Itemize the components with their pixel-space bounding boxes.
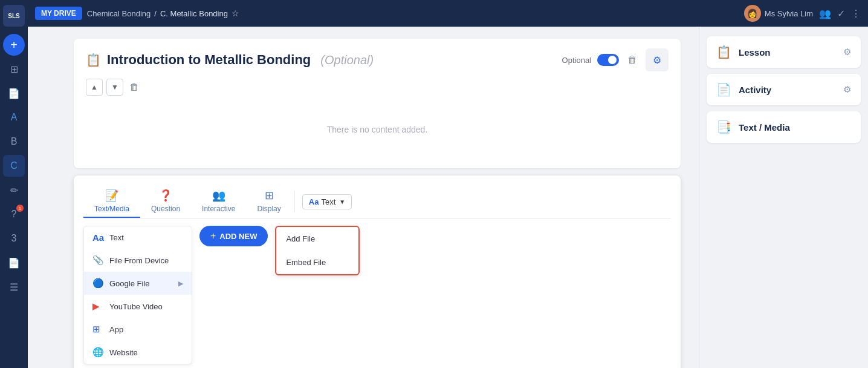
text-media-tab-label: Text/Media (94, 205, 129, 213)
top-nav-right: 👩 Ms Sylvia Lim 👥 ✓ ⋮ (744, 5, 861, 22)
delete-section-button[interactable]: 🗑 (127, 79, 141, 95)
sidebar-doc-icon[interactable]: 📄 (3, 82, 25, 104)
app-icon: ⊞ (92, 324, 103, 335)
sidebar-question-icon[interactable]: ? 1 (3, 203, 25, 225)
website-icon: 🌐 (92, 347, 103, 358)
chevron-down-icon: ▼ (339, 199, 345, 205)
sidebar-a-icon[interactable]: A (3, 107, 25, 128)
move-up-button[interactable]: ▲ (86, 79, 103, 96)
option-app-label: App (109, 325, 123, 334)
tab-question[interactable]: ❓ Question (140, 185, 191, 218)
avatar: 👩 (744, 5, 761, 22)
option-file-label: File From Device (109, 256, 169, 265)
rp-lesson-label: Lesson (739, 47, 836, 58)
tab-display[interactable]: ⊞ Display (246, 185, 291, 218)
text-media-tab-icon: 📝 (105, 189, 118, 202)
sidebar-add-icon[interactable]: + (3, 34, 25, 56)
app-logo[interactable]: SLS (3, 5, 25, 27)
lesson-title: Introduction to Metallic Bonding (107, 52, 311, 68)
right-panel-activity[interactable]: 📄 Activity ⚙ (707, 74, 861, 105)
section-nav: ▲ ▼ 🗑 (86, 79, 669, 96)
star-icon[interactable]: ☆ (232, 8, 239, 18)
option-file-from-device[interactable]: 📎 File From Device (84, 249, 192, 272)
option-list: Aa Text 📎 File From Device 🔵 Google File… (83, 226, 192, 364)
right-panel-text-media[interactable]: 📑 Text / Media (707, 111, 861, 143)
people-icon[interactable]: 👥 (819, 8, 831, 19)
right-panel-lesson[interactable]: 📋 Lesson ⚙ (707, 36, 861, 68)
optional-text: Optional (562, 56, 591, 65)
rp-lesson-gear-icon[interactable]: ⚙ (843, 47, 851, 58)
lesson-section: 📋 Introduction to Metallic Bonding (Opti… (74, 39, 681, 168)
text-option-icon: Aa (92, 232, 103, 243)
right-panel: 📋 Lesson ⚙ 📄 Activity ⚙ 📑 Text / Media (699, 27, 868, 368)
rp-text-media-label: Text / Media (739, 122, 851, 133)
sidebar-modules-icon[interactable]: ⊞ (3, 58, 25, 80)
option-website-label: Website (109, 348, 138, 357)
no-content-message: There is no content added. (86, 100, 669, 159)
option-website[interactable]: 🌐 Website (84, 341, 192, 364)
move-down-button[interactable]: ▼ (106, 79, 123, 96)
rp-activity-label: Activity (739, 85, 836, 95)
lesson-title-icon: 📋 (86, 53, 101, 67)
add-new-button[interactable]: + ADD NEW (199, 226, 268, 246)
left-sidebar: SLS + ⊞ 📄 A B C ✏ ? 1 3 📄 ☰ (0, 0, 28, 368)
sidebar-b-icon[interactable]: B (3, 131, 25, 153)
youtube-icon: ▶ (92, 301, 103, 312)
sidebar-menu-icon[interactable]: ☰ (3, 276, 25, 298)
lesson-controls: Optional 🗑 ⚙ (562, 48, 669, 71)
google-file-icon: 🔵 (92, 278, 103, 289)
option-youtube[interactable]: ▶ YouTube Video (84, 295, 192, 318)
breadcrumb-separator: / (154, 9, 157, 18)
interactive-tab-icon: 👥 (212, 189, 225, 202)
sidebar-page-icon[interactable]: 📄 (3, 252, 25, 274)
option-google-file[interactable]: 🔵 Google File ▶ (84, 272, 192, 295)
content-panel: 📋 Introduction to Metallic Bonding (Opti… (56, 27, 699, 368)
sidebar-c-icon[interactable]: C (3, 155, 25, 177)
content-options: Aa Text 📎 File From Device 🔵 Google File… (83, 226, 671, 364)
display-tab-icon: ⊞ (265, 189, 274, 202)
top-nav: MY DRIVE Chemical Bonding / C. Metallic … (28, 0, 868, 27)
add-new-label: ADD NEW (219, 232, 257, 241)
question-tab-icon: ❓ (159, 189, 172, 202)
text-type-aa: Aa (309, 197, 319, 206)
breadcrumb-item-2[interactable]: C. Metallic Bonding (160, 9, 228, 18)
optional-toggle[interactable] (597, 54, 619, 66)
add-content-panel: 📝 Text/Media ❓ Question 👥 Interactive ⊞ … (74, 176, 681, 368)
sub-option-add-file[interactable]: Add File (276, 227, 358, 251)
main-area: 📋 Introduction to Metallic Bonding (Opti… (56, 27, 868, 368)
rp-text-media-icon: 📑 (716, 120, 731, 134)
delete-lesson-button[interactable]: 🗑 (625, 52, 640, 68)
option-app[interactable]: ⊞ App (84, 318, 192, 341)
tab-text-media[interactable]: 📝 Text/Media (83, 185, 140, 218)
breadcrumb: Chemical Bonding / C. Metallic Bonding ☆ (87, 8, 239, 18)
sub-option-embed-file[interactable]: Embed File (276, 251, 358, 274)
add-new-area: + ADD NEW (199, 226, 268, 246)
my-drive-button[interactable]: MY DRIVE (35, 7, 82, 20)
rp-activity-icon: 📄 (716, 82, 731, 97)
settings-button[interactable]: ⚙ (646, 48, 669, 71)
google-file-submenu: Add File Embed File (275, 226, 360, 275)
text-type-label: Text (321, 197, 335, 206)
interactive-tab-label: Interactive (202, 205, 235, 213)
tab-interactive[interactable]: 👥 Interactive (191, 185, 246, 218)
breadcrumb-item-1[interactable]: Chemical Bonding (87, 9, 151, 18)
option-text[interactable]: Aa Text (84, 226, 192, 249)
google-chevron-icon: ▶ (178, 280, 183, 288)
text-type-selector[interactable]: Aa Text ▼ (302, 194, 352, 209)
question-badge: 1 (16, 205, 24, 212)
rp-lesson-icon: 📋 (716, 45, 731, 59)
file-device-icon: 📎 (92, 255, 103, 266)
option-youtube-label: YouTube Video (109, 302, 163, 311)
check-icon[interactable]: ✓ (837, 8, 845, 19)
more-icon[interactable]: ⋮ (851, 8, 861, 19)
question-tab-label: Question (151, 205, 180, 213)
display-tab-label: Display (257, 205, 280, 213)
lesson-header: 📋 Introduction to Metallic Bonding (Opti… (86, 48, 669, 71)
rp-activity-gear-icon[interactable]: ⚙ (843, 84, 851, 95)
sidebar-3-icon[interactable]: 3 (3, 228, 25, 249)
add-tabs: 📝 Text/Media ❓ Question 👥 Interactive ⊞ … (83, 185, 671, 218)
option-google-label: Google File (109, 279, 149, 288)
logo-text: SLS (8, 13, 19, 19)
user-info[interactable]: 👩 Ms Sylvia Lim (744, 5, 813, 22)
sidebar-edit-icon[interactable]: ✏ (3, 179, 25, 201)
